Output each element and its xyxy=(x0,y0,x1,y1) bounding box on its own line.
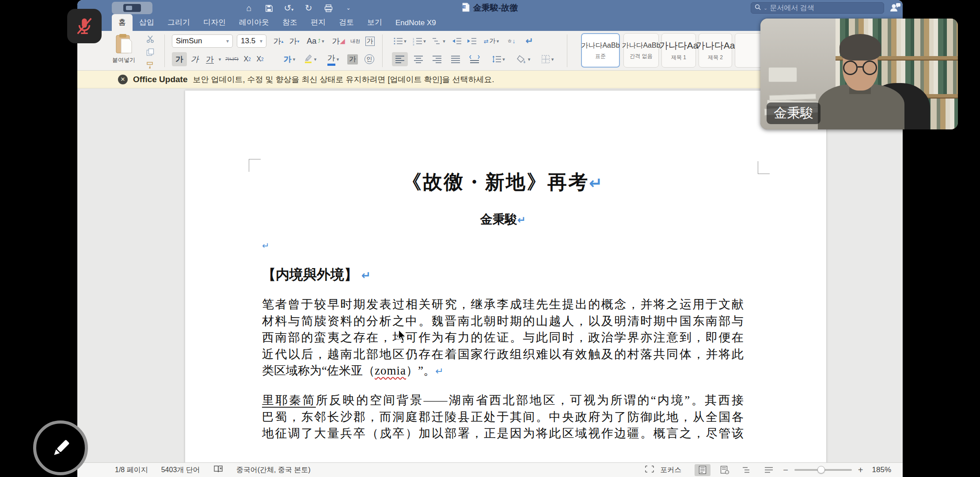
search-input[interactable]: ⌄ 문서에서 검색 xyxy=(751,2,884,14)
increase-indent-button[interactable] xyxy=(465,34,479,48)
clear-formatting-button[interactable]: 가◢ xyxy=(330,34,346,48)
show-paragraph-marks-button[interactable]: ↵ xyxy=(522,34,537,48)
decrease-indent-button[interactable] xyxy=(450,34,463,48)
language-indicator[interactable]: 중국어(간체, 중국 본토) xyxy=(236,466,311,475)
pilcrow-mark: ↵ xyxy=(262,241,269,251)
document-page[interactable]: 《故徼・新地》再考↵ 金秉駿↵ ↵ 【内境與外境】 ↵ 笔者曾于较早时期发表过相… xyxy=(185,91,826,462)
align-right-button[interactable] xyxy=(429,52,445,66)
shrink-font-button[interactable]: 가▾ xyxy=(287,34,302,48)
distribute-text-button[interactable] xyxy=(466,52,483,66)
borders-icon xyxy=(541,55,550,64)
font-color-button[interactable]: 가▾ xyxy=(323,52,343,66)
save-icon[interactable] xyxy=(259,3,279,13)
speaker-hair xyxy=(839,34,881,61)
strikethrough-button[interactable]: 가나다 xyxy=(224,52,240,66)
cut-icon[interactable] xyxy=(146,35,155,45)
numbered-list-button[interactable]: 123▾ xyxy=(410,34,428,48)
bullet-list-button[interactable]: ▾ xyxy=(391,34,409,48)
focus-mode-icon[interactable] xyxy=(645,466,654,474)
underlined-term: 里耶秦简 xyxy=(262,394,316,407)
doc-author: 金秉駿↵ xyxy=(262,211,744,228)
page-indicator[interactable]: 1/8 페이지 xyxy=(115,466,148,475)
zoom-level[interactable]: 185% xyxy=(872,466,891,474)
tab-mailings[interactable]: 편지 xyxy=(304,14,332,31)
update-badge-icon: ✕ xyxy=(118,75,128,84)
text-direction-button[interactable]: ⇄가▾ xyxy=(481,34,501,48)
webcam-video-tile[interactable]: 金秉駿 xyxy=(760,19,958,129)
enclose-characters-button[interactable]: 인 xyxy=(362,52,377,66)
zoom-slider-knob[interactable] xyxy=(817,466,825,473)
tab-draw[interactable]: 그리기 xyxy=(161,14,197,31)
svg-text:1: 1 xyxy=(413,38,414,40)
style-normal[interactable]: 가나다AaBb 표준 xyxy=(581,33,620,68)
focus-mode-label[interactable]: 포커스 xyxy=(660,466,681,475)
pilcrow-mark: ↵ xyxy=(435,365,444,377)
view-web-layout-button[interactable] xyxy=(717,464,733,476)
style-no-spacing[interactable]: 가나다AaBb 간격 없음 xyxy=(623,33,659,68)
borders-button[interactable]: ▾ xyxy=(537,52,558,66)
format-painter-icon[interactable] xyxy=(146,61,155,71)
phonetic-guide-button[interactable]: 내천 xyxy=(348,34,363,48)
tab-home[interactable]: 홈 xyxy=(112,14,133,31)
sort-button[interactable]: ㅎ↓ xyxy=(503,34,519,48)
zoom-in-button[interactable]: + xyxy=(858,465,863,475)
tab-review[interactable]: 검토 xyxy=(332,14,361,31)
view-outline-button[interactable] xyxy=(739,464,755,476)
italic-button[interactable]: 가 xyxy=(189,52,202,66)
underline-style-chevron-icon[interactable]: ▾ xyxy=(217,52,223,66)
multilevel-list-button[interactable]: ▾ xyxy=(430,34,448,48)
share-presence-icon[interactable] xyxy=(889,2,901,15)
align-left-button[interactable] xyxy=(392,52,408,66)
subscript-button[interactable]: X2 xyxy=(241,52,253,66)
grow-font-button[interactable]: 가▴ xyxy=(271,34,286,48)
screen-sharing-indicator[interactable] xyxy=(112,2,152,14)
shading-button[interactable]: ▾ xyxy=(513,52,534,66)
tab-layout[interactable]: 레이아웃 xyxy=(232,14,276,31)
multilevel-list-icon xyxy=(432,37,442,45)
glasses-right-lens xyxy=(862,61,877,75)
word-count[interactable]: 5403개 단어 xyxy=(161,466,200,475)
undo-icon[interactable]: ↺▾ xyxy=(279,3,299,13)
update-brand: Office Update xyxy=(133,75,188,84)
style-heading-2[interactable]: 가나다Aa 제목 2 xyxy=(699,33,732,68)
superscript-button[interactable]: X2 xyxy=(254,52,266,66)
highlight-color-button[interactable]: ▾ xyxy=(300,52,320,66)
change-case-button[interactable]: Aa⤴▾ xyxy=(304,34,327,48)
tab-references[interactable]: 참조 xyxy=(276,14,304,31)
view-print-layout-button[interactable] xyxy=(695,464,710,476)
tab-endnote[interactable]: EndNote X9 xyxy=(389,15,443,31)
redo-icon[interactable]: ↻ xyxy=(299,3,319,13)
copy-icon[interactable] xyxy=(146,48,155,58)
line-spacing-button[interactable]: ▾ xyxy=(488,52,509,66)
bold-button[interactable]: 가 xyxy=(172,52,187,66)
decrease-indent-icon xyxy=(452,37,462,45)
view-draft-button[interactable] xyxy=(761,464,777,476)
zoom-slider[interactable] xyxy=(794,469,852,471)
customize-quick-access-icon[interactable]: ⌄ xyxy=(338,5,358,11)
search-placeholder: 문서에서 검색 xyxy=(770,4,814,13)
print-icon[interactable] xyxy=(319,3,338,13)
text-effects-button[interactable]: 가▾ xyxy=(280,52,299,66)
annotate-pencil-button[interactable] xyxy=(33,420,88,475)
zoom-out-button[interactable]: − xyxy=(783,465,788,475)
proofing-status-icon[interactable] xyxy=(213,465,223,475)
tab-insert[interactable]: 삽입 xyxy=(133,14,161,31)
character-border-button[interactable]: 가 xyxy=(364,34,376,48)
tab-view[interactable]: 보기 xyxy=(361,14,389,31)
align-center-button[interactable] xyxy=(410,52,426,66)
eraser-icon: ◢ xyxy=(340,37,345,45)
justify-button[interactable] xyxy=(448,52,463,66)
home-icon[interactable]: ⌂ xyxy=(239,3,259,13)
document-canvas[interactable]: 《故徼・新地》再考↵ 金秉駿↵ ↵ 【内境與外境】 ↵ 笔者曾于较早时期发表过相… xyxy=(77,88,903,462)
font-size-select[interactable]: 13.5▾ xyxy=(237,34,266,48)
search-scope-chevron-icon[interactable]: ⌄ xyxy=(763,5,767,11)
mic-muted-button[interactable] xyxy=(67,9,102,43)
tab-design[interactable]: 디자인 xyxy=(197,14,232,31)
underline-button[interactable]: 가 xyxy=(203,52,217,66)
svg-text:3: 3 xyxy=(413,43,414,46)
distribute-icon xyxy=(469,55,480,63)
style-heading-1[interactable]: 가나다Aa 제목 1 xyxy=(661,33,696,68)
character-shading-button[interactable]: 가 xyxy=(346,52,360,66)
paste-button[interactable]: 붙여넣기 xyxy=(106,34,141,68)
font-name-select[interactable]: SimSun▾ xyxy=(172,34,233,48)
